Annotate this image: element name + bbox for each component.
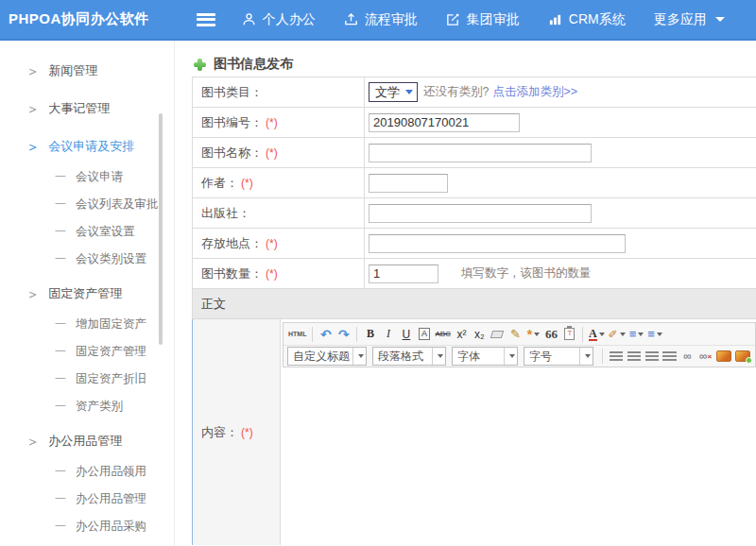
bold-icon[interactable]: B xyxy=(362,326,378,343)
insert-image-icon[interactable] xyxy=(734,348,751,365)
sidebar-group-label: 固定资产管理 xyxy=(48,285,122,302)
sidebar-group-2[interactable]: >会议申请及安排 xyxy=(0,129,174,163)
align-right-icon[interactable] xyxy=(644,348,660,365)
author-input[interactable] xyxy=(369,174,448,193)
quantity-field: 填写数字，该图书的数量 xyxy=(365,259,756,288)
user-icon xyxy=(242,12,256,26)
font-size-select[interactable]: 字号 xyxy=(524,347,593,366)
required-mark: (*) xyxy=(266,267,278,281)
sidebar-item-label: 办公用品管理 xyxy=(76,491,146,507)
book-no-label: 图书编号：(*) xyxy=(193,108,365,137)
hamburger-menu-icon[interactable] xyxy=(197,13,215,26)
font-family-select[interactable]: 字体 xyxy=(452,347,518,366)
align-justify-icon[interactable] xyxy=(662,348,678,365)
select-arrow-icon xyxy=(405,90,413,94)
sidebar-group-4[interactable]: >办公用品管理 xyxy=(0,424,174,458)
topbar: PHPOA协同办公软件 个人办公 流程审批 集团审批 xyxy=(0,0,756,41)
chevron-right-icon: > xyxy=(28,64,37,78)
category-field: 文学 还没有类别? 点击添加类别>> xyxy=(365,77,756,107)
nav-label: 个人办公 xyxy=(263,11,316,28)
align-center-icon[interactable] xyxy=(626,348,642,365)
process-approval-icon xyxy=(344,12,358,26)
location-input[interactable] xyxy=(369,234,626,253)
superscript-icon[interactable]: x² xyxy=(454,326,470,343)
sidebar-item-4-1[interactable]: 一办公用品管理 xyxy=(0,486,174,513)
sidebar-item-3-2[interactable]: 一固定资产折旧 xyxy=(0,366,174,393)
sidebar-item-4-2[interactable]: 一办公用品采购 xyxy=(0,513,174,540)
highlight-icon[interactable]: ✐ xyxy=(608,326,627,343)
insert-link-icon[interactable]: ∞ xyxy=(679,348,696,365)
ordered-list-icon[interactable]: ≡ xyxy=(628,326,645,343)
clear-format-icon[interactable]: ✎ xyxy=(507,326,524,343)
crm-icon xyxy=(548,12,562,26)
blockquote-icon[interactable]: 66 xyxy=(543,326,559,343)
sidebar-item-label: 资产类别 xyxy=(76,399,123,415)
sidebar-item-2-1[interactable]: 一会议列表及审批 xyxy=(0,191,174,218)
sidebar-item-2-2[interactable]: 一会议室设置 xyxy=(0,218,174,246)
category-selected-value: 文学 xyxy=(375,84,400,101)
book-name-label: 图书名称：(*) xyxy=(193,138,365,167)
format-painter-icon[interactable]: * xyxy=(525,326,541,343)
eraser-icon[interactable] xyxy=(490,331,505,338)
page-header: 图书信息发布 xyxy=(175,41,756,77)
unlink-icon[interactable]: ∞× xyxy=(697,348,713,365)
form-row-content: 内容：(*) HTML ↶ ↷ B I U A ABC x² xyxy=(192,319,756,545)
sidebar-group-label: 办公用品管理 xyxy=(48,433,122,450)
sidebar-item-3-0[interactable]: 一增加固定资产 xyxy=(0,311,174,338)
dash-icon: 一 xyxy=(55,224,66,240)
sidebar-group-label: 会议申请及安排 xyxy=(48,138,134,155)
sidebar-item-3-3[interactable]: 一资产类别 xyxy=(0,393,174,420)
publisher-input[interactable] xyxy=(369,204,592,223)
sidebar-group-1[interactable]: >大事记管理 xyxy=(0,92,174,126)
unordered-list-icon[interactable]: ≡ xyxy=(646,326,663,343)
sidebar-item-4-3[interactable]: 一办公用品库存管理 xyxy=(0,540,174,546)
undo-icon[interactable]: ↶ xyxy=(318,326,334,343)
editor-toolbar: HTML ↶ ↷ B I U A ABC x² x₂ ✎ xyxy=(283,322,756,367)
topnav: 个人办公 流程审批 集团审批 CRM系统 更多应用 xyxy=(242,11,725,28)
italic-icon[interactable]: I xyxy=(380,326,396,343)
underline-icon[interactable]: U xyxy=(398,326,414,343)
paste-icon[interactable] xyxy=(564,328,575,340)
location-label: 存放地点：(*) xyxy=(193,229,365,258)
nav-process-approval[interactable]: 流程审批 xyxy=(344,11,418,28)
redo-icon[interactable]: ↷ xyxy=(335,326,352,343)
quantity-hint: 填写数字，该图书的数量 xyxy=(461,265,592,282)
category-select[interactable]: 文学 xyxy=(369,82,418,102)
sidebar-item-3-1[interactable]: 一固定资产管理 xyxy=(0,338,174,366)
sidebar-group-3[interactable]: >固定资产管理 xyxy=(0,277,174,311)
dash-icon: 一 xyxy=(55,344,66,360)
quantity-input[interactable] xyxy=(369,264,438,283)
sidebar-scrollbar[interactable] xyxy=(159,113,163,345)
dash-icon: 一 xyxy=(55,316,66,333)
sidebar-item-4-0[interactable]: 一办公用品领用 xyxy=(0,458,174,486)
border-text-icon[interactable]: A xyxy=(419,328,430,340)
nav-personal-office[interactable]: 个人办公 xyxy=(242,11,316,28)
sidebar-item-label: 会议申请 xyxy=(76,169,123,185)
group-approval-icon xyxy=(446,12,460,26)
book-no-input[interactable] xyxy=(369,113,520,132)
sidebar-item-2-0[interactable]: 一会议申请 xyxy=(0,163,174,191)
required-mark: (*) xyxy=(266,237,278,250)
sidebar-group-label: 大事记管理 xyxy=(48,100,110,117)
add-plus-icon xyxy=(194,59,206,71)
sidebar-item-2-3[interactable]: 一会议类别设置 xyxy=(0,246,174,273)
add-category-link[interactable]: 点击添加类别>> xyxy=(492,84,577,100)
book-name-input[interactable] xyxy=(369,144,592,162)
nav-more-apps[interactable]: 更多应用 xyxy=(654,11,725,28)
image-icon[interactable] xyxy=(715,348,732,365)
chevron-right-icon: > xyxy=(28,102,37,116)
html-source-button[interactable]: HTML xyxy=(287,326,307,343)
sidebar-item-label: 增加固定资产 xyxy=(76,316,146,333)
sidebar-item-label: 会议类别设置 xyxy=(76,251,146,267)
sidebar-group-0[interactable]: >新闻管理 xyxy=(0,54,174,88)
nav-group-approval[interactable]: 集团审批 xyxy=(446,11,520,28)
paragraph-format-select[interactable]: 段落格式 xyxy=(372,347,446,366)
strikethrough-icon[interactable]: ABC xyxy=(434,326,451,343)
editor-content-area[interactable] xyxy=(283,367,756,543)
font-color-icon[interactable]: A xyxy=(588,326,606,343)
heading-select[interactable]: 自定义标题 xyxy=(287,347,367,366)
subscript-icon[interactable]: x₂ xyxy=(472,326,488,343)
align-left-icon[interactable] xyxy=(608,348,624,365)
dash-icon: 一 xyxy=(55,491,66,507)
nav-crm-system[interactable]: CRM系统 xyxy=(548,11,626,28)
